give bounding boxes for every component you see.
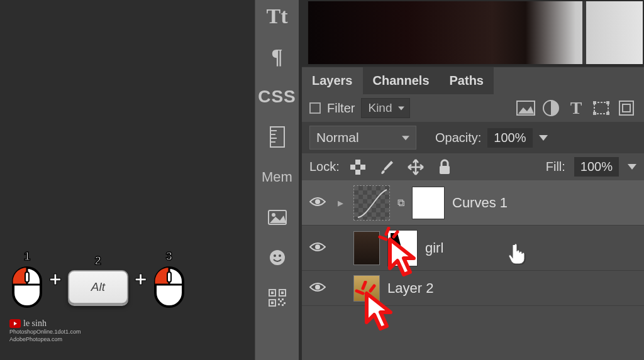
document-canvas-preview[interactable]: [307, 0, 644, 65]
layer-row-curves[interactable]: ▸ ⧉ Curves 1: [302, 180, 644, 226]
layer-name-layer2[interactable]: Layer 2: [387, 280, 638, 297]
filter-pixel-icon[interactable]: [516, 99, 536, 117]
svg-rect-41: [360, 160, 365, 165]
svg-point-48: [315, 199, 320, 204]
svg-rect-29: [282, 304, 284, 306]
side-tool-strip: Tt ¶ CSS Mem: [255, 0, 299, 360]
svg-point-50: [315, 285, 320, 290]
filter-adjust-icon[interactable]: [541, 99, 561, 117]
svg-rect-43: [350, 170, 355, 175]
tab-channels[interactable]: Channels: [363, 67, 440, 94]
ruler-icon[interactable]: [262, 123, 293, 151]
combo-step-2: 2 Alt: [68, 254, 128, 304]
plus-sign-1: +: [49, 267, 62, 292]
svg-point-16: [274, 254, 276, 257]
shortcut-combo: 1 + 2 Alt + 3: [11, 250, 185, 308]
svg-point-49: [315, 244, 320, 249]
layers-panel: Layers Channels Paths Filter Kind T: [302, 67, 644, 360]
step-number-1: 1: [24, 250, 30, 263]
layer-thumb-girl[interactable]: [353, 231, 380, 265]
svg-point-15: [270, 250, 285, 265]
tab-paths[interactable]: Paths: [440, 67, 494, 94]
branding-block: le sinh PhotoshopOnline.1dot1.com AdobeP…: [9, 319, 81, 343]
svg-rect-37: [619, 101, 633, 115]
svg-rect-7: [167, 272, 171, 282]
svg-rect-26: [280, 300, 282, 302]
mouse-left-click-icon: [153, 266, 185, 308]
channel-name: le sinh: [23, 320, 47, 327]
svg-rect-8: [270, 127, 284, 147]
filter-smartobj-icon[interactable]: [616, 99, 636, 117]
svg-rect-32: [594, 102, 608, 114]
paragraph-panel-icon[interactable]: ¶: [262, 43, 293, 70]
svg-point-14: [272, 213, 275, 217]
svg-rect-23: [271, 302, 274, 304]
filter-type-icon[interactable]: T: [566, 99, 586, 117]
layer-row-girl[interactable]: girl: [302, 226, 644, 271]
combo-step-3: 3: [153, 250, 185, 308]
layer-thumb-layer2[interactable]: [353, 275, 380, 302]
tutorial-overlay: 1 + 2 Alt + 3: [0, 0, 255, 360]
opacity-value[interactable]: 100%: [487, 128, 532, 148]
character-panel-icon[interactable]: Tt: [262, 3, 293, 30]
css-panel-icon[interactable]: CSS: [262, 83, 293, 111]
fill-dropdown-icon[interactable]: [628, 164, 636, 170]
filter-shape-icon[interactable]: [591, 99, 611, 117]
branding-line-1: PhotoshopOnline.1dot1.com: [9, 328, 81, 335]
expand-layer-icon[interactable]: ▸: [335, 196, 346, 210]
combo-step-1: 1: [11, 250, 43, 308]
svg-rect-42: [355, 165, 360, 170]
lock-all-padlock-icon[interactable]: [435, 159, 454, 175]
svg-rect-27: [278, 303, 280, 305]
image-panel-icon[interactable]: [262, 204, 293, 231]
svg-rect-34: [606, 101, 609, 104]
lock-pixels-brush-icon[interactable]: [377, 159, 396, 175]
filter-checkbox[interactable]: [309, 102, 321, 114]
tab-layers[interactable]: Layers: [302, 67, 363, 94]
lock-transparency-icon[interactable]: [348, 159, 367, 175]
curves-adjustment-thumb[interactable]: [353, 185, 390, 221]
fill-value[interactable]: 100%: [574, 157, 619, 177]
opacity-dropdown-icon[interactable]: [539, 135, 548, 141]
opacity-label: Opacity:: [435, 131, 481, 145]
emoji-panel-icon[interactable]: [262, 244, 293, 271]
mouse-left-click-icon: [11, 266, 43, 308]
visibility-toggle-icon[interactable]: [308, 280, 327, 297]
layer-row-layer2[interactable]: Layer 2: [302, 271, 644, 306]
filter-label: Filter: [327, 101, 355, 116]
svg-rect-25: [282, 298, 284, 300]
blend-row: Normal Opacity: 100%: [302, 122, 644, 153]
alt-key-icon: Alt: [68, 270, 128, 304]
visibility-toggle-icon[interactable]: [308, 195, 327, 211]
link-mask-icon[interactable]: ⧉: [397, 197, 404, 209]
visibility-toggle-icon[interactable]: [308, 240, 327, 256]
svg-rect-3: [25, 272, 29, 282]
svg-rect-36: [606, 112, 609, 115]
svg-rect-38: [623, 104, 630, 112]
svg-rect-44: [360, 170, 365, 175]
svg-point-17: [279, 254, 281, 257]
lock-icons: [348, 159, 454, 175]
svg-rect-35: [593, 112, 596, 115]
kind-dropdown[interactable]: Kind: [361, 98, 410, 118]
svg-rect-47: [440, 166, 450, 174]
svg-rect-40: [350, 160, 355, 165]
layer-mask-thumb-girl[interactable]: [387, 230, 418, 266]
lock-row: Lock:: [302, 153, 644, 180]
branding-line-2: AdobePhotopea.com: [9, 335, 81, 343]
layer-mask-thumb[interactable]: [412, 187, 445, 219]
alt-key-label: Alt: [91, 280, 105, 294]
step-number-2: 2: [95, 254, 101, 268]
layer-name-girl[interactable]: girl: [425, 240, 638, 256]
plus-sign-2: +: [135, 267, 147, 292]
fill-label: Fill:: [546, 160, 565, 174]
svg-rect-33: [593, 101, 596, 104]
blend-mode-dropdown[interactable]: Normal: [309, 126, 416, 150]
mem-panel-icon[interactable]: Mem: [262, 163, 293, 191]
svg-rect-19: [271, 292, 274, 294]
lock-position-move-icon[interactable]: [406, 159, 425, 175]
svg-rect-21: [281, 292, 284, 294]
layer-name-curves[interactable]: Curves 1: [452, 195, 638, 211]
filter-row: Filter Kind T: [302, 94, 644, 122]
qr-code-icon[interactable]: [262, 284, 293, 312]
